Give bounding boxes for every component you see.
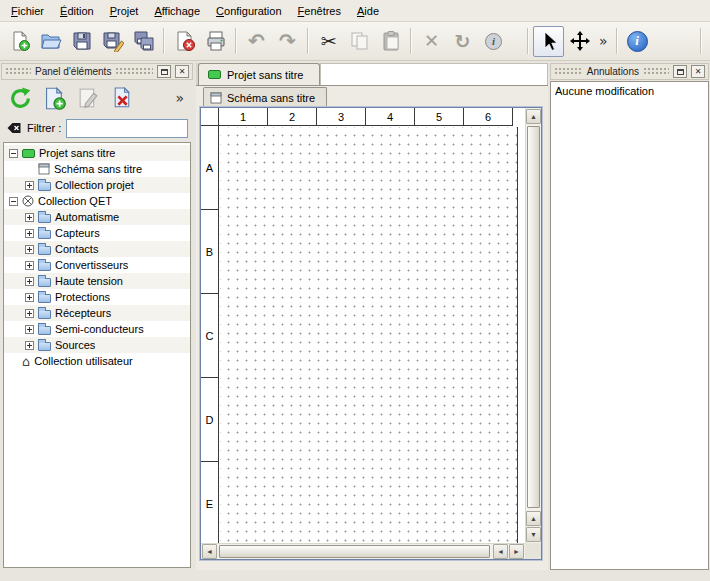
horizontal-scroll-thumb[interactable] [219,545,490,558]
select-tool-button[interactable] [533,26,564,57]
menu-projet[interactable]: Projet [102,2,147,20]
tree-item-semi-conducteurs[interactable]: Semi-conducteurs [4,321,190,337]
tree-item-collection-utilisateur[interactable]: ⌂ Collection utilisateur [4,353,190,369]
tree-item-automatisme[interactable]: Automatisme [4,209,190,225]
expander-icon[interactable] [25,277,34,286]
delete-element-button[interactable] [108,84,136,112]
column-header: 3 [317,108,366,125]
delete-icon: ✕ [424,32,439,50]
row-header: E [201,462,218,543]
copy-button[interactable] [344,26,375,57]
tree-item-diagram[interactable]: Schéma sans titre [4,161,190,177]
dock-grip-handle[interactable] [554,67,583,76]
new-element-button[interactable] [40,84,68,112]
scroll-up-button[interactable]: ▲ [526,511,541,526]
paste-button[interactable] [375,26,406,57]
dock-grip-handle[interactable] [5,67,31,76]
cut-button[interactable]: ✂ [313,26,344,57]
tree-item-project[interactable]: Projet sans titre [4,145,190,161]
conductor-info-button[interactable]: i [478,26,509,57]
about-qet-button[interactable]: i [622,26,653,57]
tree-item-collection-qet[interactable]: Collection QET [4,193,190,209]
menu-fenetres[interactable]: Fenêtres [290,2,349,20]
menu-edition[interactable]: Édition [52,2,102,20]
menu-aide[interactable]: Aide [349,2,387,20]
expander-icon[interactable] [25,213,34,222]
close-dock-button[interactable]: ✕ [175,65,189,78]
folder-icon [38,246,51,255]
save-as-button[interactable] [97,26,128,57]
close-dock-button[interactable]: ✕ [691,65,705,78]
expander-icon[interactable] [25,293,34,302]
close-document-button[interactable] [169,26,200,57]
undo-history-list[interactable]: Aucune modification [550,81,709,570]
column-header: 1 [219,108,268,125]
horizontal-scrollbar[interactable]: ◄ ◄ ► [201,543,525,559]
save-button[interactable] [66,26,97,57]
delete-button[interactable]: ✕ [416,26,447,57]
scroll-left-button[interactable]: ◄ [493,544,508,559]
diagram-tabbar: Schéma sans titre [196,86,548,107]
vertical-scrollbar[interactable]: ▲ ▲ ▼ [525,108,541,543]
clear-filter-button[interactable] [6,121,22,135]
elements-panel: Panel d'éléments ✕ [1,63,193,570]
tab-schema-sans-titre[interactable]: Schéma sans titre [203,87,327,107]
toolbar-overflow-chevron[interactable]: » [595,34,612,48]
expander-icon[interactable] [25,341,34,350]
tree-item-label: Convertisseurs [55,259,128,271]
reload-collections-button[interactable] [6,84,34,112]
redo-button[interactable]: ↷ [272,26,303,57]
float-dock-button[interactable] [157,65,171,78]
panel-overflow-chevron[interactable]: » [175,91,188,105]
menu-fichier[interactable]: Fichier [3,2,52,20]
expander-icon[interactable] [9,149,18,158]
float-dock-button[interactable] [673,65,687,78]
expander-icon[interactable] [25,261,34,270]
toolbar-separator [616,28,618,54]
scroll-up-button[interactable]: ▲ [526,109,541,124]
scroll-left-button[interactable]: ◄ [202,544,217,559]
toolbar-separator [410,28,412,54]
column-header: 2 [268,108,317,125]
expander-icon[interactable] [9,197,18,206]
tree-item-convertisseurs[interactable]: Convertisseurs [4,257,190,273]
undo-panel-titlebar: Annulations ✕ [550,63,709,80]
dock-grip-handle[interactable] [115,67,153,76]
about-info-icon: i [627,31,648,52]
elements-tree: Projet sans titre Schéma sans titre Coll… [3,142,191,568]
expander-icon[interactable] [25,309,34,318]
scroll-right-button[interactable]: ► [509,544,524,559]
expander-icon[interactable] [25,325,34,334]
tree-item-collection-projet[interactable]: Collection projet [4,177,190,193]
filter-input[interactable] [66,119,188,138]
tab-projet-sans-titre[interactable]: Projet sans titre [198,63,320,85]
menu-affichage[interactable]: Affichage [146,2,208,20]
folder-icon [38,278,51,287]
scroll-down-button[interactable]: ▼ [526,527,541,542]
new-document-button[interactable] [4,26,35,57]
edit-element-button[interactable] [74,84,102,112]
project-tabbar: Projet sans titre [196,63,548,86]
diagram-canvas[interactable] [220,127,518,543]
tree-item-protections[interactable]: Protections [4,289,190,305]
filter-row: Filtrer : [1,116,193,140]
expander-icon[interactable] [25,229,34,238]
expander-icon[interactable] [25,181,34,190]
open-document-button[interactable] [35,26,66,57]
tree-item-contacts[interactable]: Contacts [4,241,190,257]
rotate-button[interactable]: ↻ [447,26,478,57]
tree-item-haute-tension[interactable]: Haute tension [4,273,190,289]
dock-grip-handle[interactable] [643,67,669,76]
tree-item-sources[interactable]: Sources [4,337,190,353]
undo-button[interactable]: ↶ [241,26,272,57]
tree-item-recepteurs[interactable]: Récepteurs [4,305,190,321]
expander-icon[interactable] [25,245,34,254]
vertical-scroll-thumb[interactable] [527,126,540,508]
main-area: Panel d'éléments ✕ [0,62,710,581]
folder-icon [38,310,51,319]
tree-item-capteurs[interactable]: Capteurs [4,225,190,241]
move-tool-button[interactable] [564,26,595,57]
menu-configuration[interactable]: Configuration [208,2,289,20]
save-all-button[interactable] [128,26,159,57]
print-button[interactable] [200,26,231,57]
